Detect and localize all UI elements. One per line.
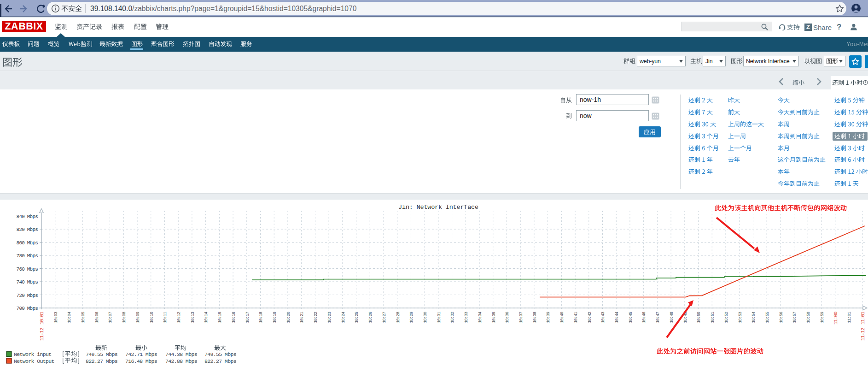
svg-text:744.38 Mbps: 744.38 Mbps [165,351,197,357]
svg-text:10:41: 10:41 [573,311,578,323]
svg-text:10:04: 10:04 [67,311,72,323]
svg-text:10:07: 10:07 [108,312,113,323]
svg-text:10:31: 10:31 [437,311,442,323]
svg-text:11-12: 11-12 [860,328,866,341]
svg-text:822.27 Mbps: 822.27 Mbps [86,358,117,364]
svg-text:10:14: 10:14 [204,311,209,323]
svg-text:820 Mbps: 820 Mbps [17,227,38,232]
svg-text:10:58: 10:58 [806,311,811,323]
svg-text:10:46: 10:46 [641,311,647,323]
svg-text:10:52: 10:52 [724,311,729,323]
svg-text:10:59: 10:59 [820,311,825,323]
svg-text:10:09: 10:09 [135,311,140,323]
svg-text:10:34: 10:34 [478,311,483,323]
svg-text:749.55 Mbps: 749.55 Mbps [204,351,236,357]
svg-text:10:32: 10:32 [450,311,455,323]
svg-text:10:36: 10:36 [505,311,510,323]
svg-text:10:03: 10:03 [53,311,58,323]
svg-text:10:15: 10:15 [217,311,222,323]
svg-text:742.71 Mbps: 742.71 Mbps [125,351,157,357]
svg-text:10:12: 10:12 [176,311,181,323]
svg-text:10:24: 10:24 [341,311,346,323]
svg-text:800 Mbps: 800 Mbps [17,240,38,246]
svg-text:10:33: 10:33 [464,311,469,323]
svg-text:10:42: 10:42 [587,311,592,323]
svg-text:10:17: 10:17 [245,312,250,323]
svg-text:10:57: 10:57 [792,312,797,323]
svg-text:10:50: 10:50 [696,311,701,323]
svg-text:11:01: 11:01 [847,311,852,323]
svg-text:10:35: 10:35 [491,311,496,323]
svg-text:10:25: 10:25 [354,311,359,323]
svg-text:10:55: 10:55 [765,311,770,323]
svg-text:10:53: 10:53 [738,311,743,323]
svg-text:10:38: 10:38 [532,311,537,323]
svg-text:10:43: 10:43 [600,311,606,323]
svg-text:10:40: 10:40 [559,311,565,323]
svg-text:Network input: Network input [14,351,51,357]
svg-text:10:30: 10:30 [423,311,428,323]
svg-text:10:56: 10:56 [779,311,784,323]
svg-text:760 Mbps: 760 Mbps [17,266,38,272]
svg-text:822.27 Mbps: 822.27 Mbps [204,358,236,364]
svg-text:10:08: 10:08 [122,311,127,323]
svg-text:10:28: 10:28 [396,311,401,323]
svg-text:10:23: 10:23 [327,311,332,323]
svg-text:11:00: 11:00 [833,312,839,325]
svg-text:10:45: 10:45 [628,311,633,323]
svg-text:10:39: 10:39 [546,311,551,323]
svg-text:10:47: 10:47 [655,312,660,323]
svg-text:10:18: 10:18 [258,311,263,323]
svg-text:749.55 Mbps: 749.55 Mbps [86,351,117,357]
svg-text:10:29: 10:29 [409,311,414,323]
svg-text:10:54: 10:54 [751,311,756,323]
svg-text:11-12: 11-12 [39,328,45,341]
svg-text:10:51: 10:51 [710,311,715,323]
svg-text:10:19: 10:19 [272,311,277,323]
svg-text:10:10: 10:10 [149,311,154,323]
svg-text:10:06: 10:06 [94,311,99,323]
svg-text:700 Mbps: 700 Mbps [17,306,38,311]
svg-text:720 Mbps: 720 Mbps [17,293,38,298]
svg-text:Network Output: Network Output [14,358,54,364]
svg-text:10:22: 10:22 [313,311,318,323]
svg-text:10:01: 10:01 [39,311,45,325]
svg-text:780 Mbps: 780 Mbps [17,253,38,259]
svg-text:10:13: 10:13 [190,311,195,323]
svg-text:10:21: 10:21 [299,311,304,323]
svg-text:10:44: 10:44 [614,311,619,323]
svg-text:740 Mbps: 740 Mbps [17,279,38,285]
svg-text:10:27: 10:27 [382,312,387,323]
svg-text:742.88 Mbps: 742.88 Mbps [165,358,197,364]
svg-text:10:20: 10:20 [286,311,291,323]
svg-text:10:05: 10:05 [81,311,86,323]
svg-text:10:48: 10:48 [669,311,674,323]
svg-text:840 Mbps: 840 Mbps [17,214,38,219]
svg-text:10:37: 10:37 [518,312,524,323]
svg-text:716.48 Mbps: 716.48 Mbps [125,358,157,364]
svg-text:10:16: 10:16 [231,311,236,323]
svg-text:10:11: 10:11 [163,311,168,323]
svg-text:10:26: 10:26 [368,311,373,323]
svg-text:11:01: 11:01 [860,311,866,325]
svg-text:Jin: Network Interface: Jin: Network Interface [398,204,478,211]
